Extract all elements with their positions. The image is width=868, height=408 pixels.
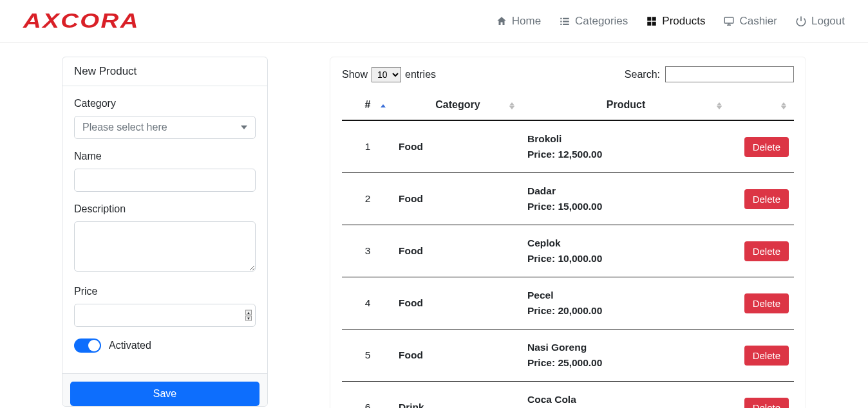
nav-logout[interactable]: Logout [795, 15, 845, 28]
table-row: 4FoodPecelPrice: 20,000.00Delete [342, 277, 794, 329]
activated-label: Activated [109, 340, 151, 351]
svg-rect-5 [563, 23, 569, 24]
sort-icon [381, 100, 387, 111]
table-row: 6DrinkCoca ColaPrice: 10,000.00Delete [342, 382, 794, 408]
col-actions[interactable] [730, 91, 794, 120]
nav-categories-label: Categories [575, 15, 628, 28]
form-title: New Product [62, 57, 267, 86]
nav-home-label: Home [512, 15, 541, 28]
row-num: 6 [342, 382, 393, 408]
nav-cashier-label: Cashier [739, 15, 777, 28]
table-row: 5FoodNasi GorengPrice: 25,000.00Delete [342, 329, 794, 382]
category-select[interactable]: Please select here [74, 116, 256, 139]
home-icon [496, 15, 507, 27]
row-product: Nasi GorengPrice: 25,000.00 [522, 329, 730, 382]
nav-categories[interactable]: Categories [559, 15, 628, 28]
delete-button[interactable]: Delete [744, 189, 789, 209]
svg-rect-2 [560, 21, 561, 22]
search-label: Search: [625, 69, 660, 80]
power-icon [795, 15, 807, 27]
entries-label: entries [405, 69, 436, 80]
entries-select[interactable]: 10 [372, 67, 401, 82]
table-row: 2FoodDadarPrice: 15,000.00Delete [342, 173, 794, 225]
brand-logo[interactable]: AXCORA [23, 9, 140, 33]
svg-rect-4 [560, 23, 561, 24]
description-label: Description [74, 203, 256, 215]
row-num: 1 [342, 120, 393, 173]
price-label: Price [74, 286, 256, 297]
sort-icon [509, 100, 516, 111]
row-product: PecelPrice: 20,000.00 [522, 277, 730, 329]
row-product: Coca ColaPrice: 10,000.00 [522, 382, 730, 408]
svg-rect-1 [563, 17, 569, 19]
products-table: # Category Product 1FoodBrokoliPrice: 12… [342, 91, 794, 408]
row-category: Food [393, 277, 522, 329]
svg-rect-0 [560, 17, 561, 19]
col-num[interactable]: # [342, 91, 393, 120]
navbar: AXCORA Home Categories Products Cashier … [0, 0, 868, 42]
name-input[interactable] [74, 169, 256, 192]
table-row: 3FoodCeplokPrice: 10,000.00Delete [342, 225, 794, 277]
svg-rect-9 [652, 21, 656, 25]
delete-button[interactable]: Delete [744, 241, 789, 261]
nav-products[interactable]: Products [646, 15, 705, 28]
category-select-placeholder: Please select here [82, 122, 167, 133]
row-category: Food [393, 120, 522, 173]
show-label: Show [342, 69, 368, 80]
row-num: 4 [342, 277, 393, 329]
row-category: Food [393, 329, 522, 382]
row-category: Food [393, 173, 522, 225]
save-button[interactable]: Save [70, 382, 259, 406]
svg-rect-6 [648, 17, 652, 21]
delete-button[interactable]: Delete [744, 293, 789, 313]
row-product: BrokoliPrice: 12,500.00 [522, 120, 730, 173]
nav-products-label: Products [662, 15, 705, 28]
new-product-form: New Product Category Please select here … [62, 57, 268, 407]
caret-down-icon [241, 125, 247, 129]
row-num: 5 [342, 329, 393, 382]
row-product: DadarPrice: 15,000.00 [522, 173, 730, 225]
row-num: 2 [342, 173, 393, 225]
price-input[interactable] [74, 304, 256, 327]
search-box: Search: [625, 66, 794, 82]
delete-button[interactable]: Delete [744, 398, 789, 408]
activated-toggle[interactable] [74, 338, 101, 353]
row-category: Food [393, 225, 522, 277]
col-category[interactable]: Category [393, 91, 522, 120]
grid-icon [646, 15, 657, 27]
row-product: CeplokPrice: 10,000.00 [522, 225, 730, 277]
table-row: 1FoodBrokoliPrice: 12,500.00Delete [342, 120, 794, 173]
svg-rect-10 [725, 17, 734, 23]
description-input[interactable] [74, 221, 256, 272]
svg-rect-3 [563, 21, 569, 22]
row-category: Drink [393, 382, 522, 408]
col-product[interactable]: Product [522, 91, 730, 120]
svg-rect-8 [648, 21, 652, 25]
price-spinner-buttons[interactable]: ▲▼ [245, 310, 252, 321]
list-icon [559, 15, 571, 27]
nav-cashier[interactable]: Cashier [723, 15, 777, 28]
nav-links: Home Categories Products Cashier Logout [496, 15, 845, 28]
name-label: Name [74, 151, 256, 162]
delete-button[interactable]: Delete [744, 137, 789, 157]
products-table-panel: Show 10 entries Search: # Category Produ… [330, 57, 806, 408]
sort-icon [781, 100, 788, 111]
delete-button[interactable]: Delete [744, 346, 789, 366]
sort-icon [717, 100, 723, 111]
search-input[interactable] [665, 66, 794, 82]
monitor-icon [723, 15, 735, 27]
row-num: 3 [342, 225, 393, 277]
category-label: Category [74, 98, 256, 109]
nav-home[interactable]: Home [496, 15, 541, 28]
show-entries: Show 10 entries [342, 67, 436, 82]
svg-rect-7 [652, 17, 656, 21]
nav-logout-label: Logout [811, 15, 845, 28]
